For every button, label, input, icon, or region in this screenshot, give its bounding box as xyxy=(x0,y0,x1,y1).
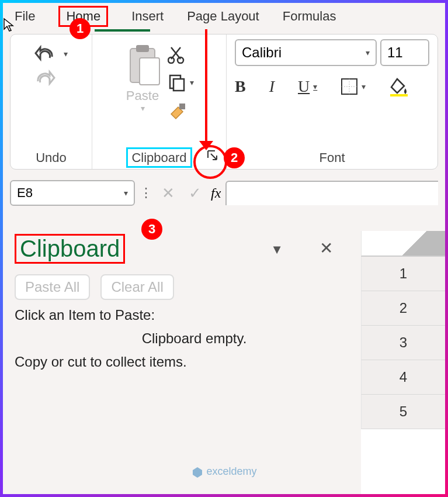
pane-empty-2: Copy or cut to collect items. xyxy=(15,354,350,370)
active-tab-underline xyxy=(95,29,150,32)
paste-button[interactable]: Paste ▾ xyxy=(124,43,161,121)
underline-button[interactable]: U▾ xyxy=(298,77,317,96)
ribbon: ▾ Undo Paste ▾ ▾ Clipboard xyxy=(10,34,438,170)
pane-close-button[interactable]: ✕ xyxy=(319,239,333,258)
chevron-down-icon[interactable]: ▾ xyxy=(124,103,161,113)
group-label-undo: Undo xyxy=(33,147,69,169)
clipboard-paste-icon xyxy=(124,43,161,86)
format-painter-icon[interactable] xyxy=(168,101,187,121)
font-name-select[interactable]: Calibri▾ xyxy=(235,39,377,66)
group-label-clipboard: Clipboard xyxy=(124,147,194,169)
watermark: exceldemy xyxy=(191,465,256,478)
borders-button[interactable]: ▾ xyxy=(341,78,366,95)
worksheet-headers: 1 2 3 4 5 xyxy=(361,231,445,494)
svg-rect-2 xyxy=(140,58,159,85)
row-header[interactable]: 3 xyxy=(361,326,445,360)
chevron-down-icon: ▾ xyxy=(313,82,317,92)
watermark-icon xyxy=(191,466,203,478)
chevron-down-icon: ▾ xyxy=(366,48,370,57)
svg-rect-7 xyxy=(179,103,185,109)
menu-page-layout[interactable]: Page Layout xyxy=(187,9,259,24)
copy-button[interactable]: ▾ xyxy=(168,73,194,92)
borders-icon xyxy=(341,78,358,95)
svg-rect-1 xyxy=(136,45,149,52)
pane-hint: Click an Item to Paste: xyxy=(15,307,350,323)
menu-formulas[interactable]: Formulas xyxy=(283,9,336,24)
enter-button[interactable]: ✓ xyxy=(184,184,206,202)
row-header[interactable]: 1 xyxy=(361,257,445,291)
dialog-launcher-icon xyxy=(206,149,219,162)
group-clipboard: Paste ▾ ▾ Clipboard xyxy=(92,34,227,169)
select-all-corner[interactable] xyxy=(361,231,445,257)
row-header[interactable]: 4 xyxy=(361,360,445,395)
clear-all-button[interactable]: Clear All xyxy=(100,274,173,300)
formula-bar-row: E8▾ ⋮ ✕ ✓ fx xyxy=(10,180,438,206)
chevron-down-icon: ▾ xyxy=(190,78,194,87)
clipboard-pane: Clipboard ▼ ✕ Paste All Clear All Click … xyxy=(15,234,350,370)
row-header[interactable]: 2 xyxy=(361,291,445,326)
group-font: Calibri▾ 11 B I U▾ ▾ Font xyxy=(227,34,437,169)
redo-icon xyxy=(34,70,59,87)
app-frame: File Home Insert Page Layout Formulas ▾ … xyxy=(0,0,448,497)
undo-button[interactable]: ▾ xyxy=(34,45,68,63)
name-box[interactable]: E8▾ xyxy=(10,180,135,206)
svg-rect-11 xyxy=(390,94,408,96)
italic-button[interactable]: I xyxy=(269,77,275,96)
menu-insert[interactable]: Insert xyxy=(131,9,164,24)
formula-bar[interactable] xyxy=(225,181,438,205)
copy-icon xyxy=(168,73,186,92)
menu-home[interactable]: Home xyxy=(58,6,108,27)
cancel-button[interactable]: ✕ xyxy=(157,184,179,202)
menu-file[interactable]: File xyxy=(15,9,35,24)
svg-rect-6 xyxy=(173,79,184,91)
insert-function-button[interactable]: fx xyxy=(211,185,221,201)
cut-icon[interactable] xyxy=(168,45,186,64)
redo-button[interactable] xyxy=(34,70,68,89)
pane-empty-1: Clipboard empty. xyxy=(15,330,350,347)
paste-label: Paste xyxy=(124,88,161,103)
chevron-down-icon: ▾ xyxy=(124,188,128,198)
clipboard-dialog-launcher[interactable] xyxy=(204,147,221,164)
bold-button[interactable]: B xyxy=(235,77,246,96)
chevron-down-icon: ▾ xyxy=(64,49,68,58)
pane-title: Clipboard xyxy=(15,234,125,264)
group-undo: ▾ Undo xyxy=(11,34,92,169)
chevron-down-icon: ▾ xyxy=(362,82,366,91)
menubar: File Home Insert Page Layout Formulas xyxy=(3,3,445,29)
pane-options-button[interactable]: ▼ xyxy=(270,242,283,257)
undo-icon xyxy=(34,45,59,63)
font-size-select[interactable]: 11 xyxy=(380,39,429,66)
group-label-font: Font xyxy=(317,147,347,169)
paste-all-button[interactable]: Paste All xyxy=(15,274,90,300)
fill-color-icon[interactable] xyxy=(389,77,409,96)
nb-divider: ⋮ xyxy=(140,185,152,201)
row-header[interactable]: 5 xyxy=(361,395,445,429)
